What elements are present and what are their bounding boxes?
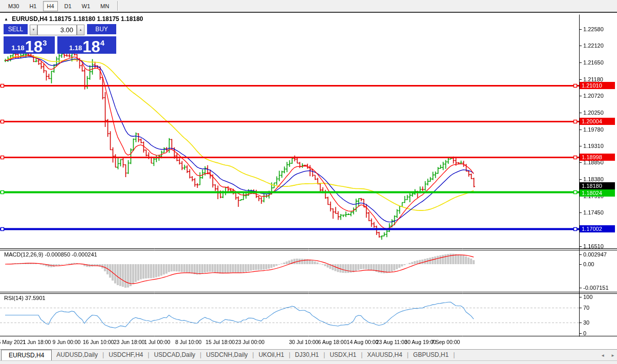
tab-scroll-left-icon[interactable]: ◄	[601, 353, 605, 358]
hline-price-tag: 1.20004	[580, 118, 615, 125]
mt4-window: M30H1H4D1W1MN ▲ EURUSD,H4 1.18175 1.1818…	[0, 0, 617, 364]
time-axis-label: 6 Aug 18:00	[318, 339, 347, 345]
rsi-axis-tick-label: 0	[583, 330, 586, 336]
hline-price-tag: 1.18024	[580, 189, 615, 197]
tab-scroll-arrows: ◄ ►	[601, 350, 615, 361]
chart-symbol: EURUSD,H4	[12, 15, 47, 23]
price-axis-tick-label: 1.19780	[583, 126, 604, 133]
one-click-trade-panel: SELL ▼ 3.00 ▲ BUY 1.18 18 3 1.18 18 4	[4, 24, 116, 54]
tab-scroll-right-icon[interactable]: ►	[611, 353, 615, 358]
sell-price-sup: 3	[42, 38, 47, 47]
timeframe-button-d1[interactable]: D1	[61, 1, 75, 11]
time-axis-label: 23 Aug 11:00	[376, 339, 407, 345]
volume-field[interactable]: 3.00	[37, 25, 77, 35]
timeframe-button-w1[interactable]: W1	[78, 1, 94, 11]
sell-button[interactable]: SELL	[4, 24, 28, 35]
tab-usdcad-daily[interactable]: USDCAD,Daily	[150, 350, 200, 360]
timeframe-button-h4[interactable]: H4	[43, 1, 57, 11]
tab-gbpusd-h1[interactable]: GBPUSD,H1	[409, 350, 453, 360]
time-axis-label: 9 Jun 00:00	[53, 339, 81, 345]
chart-title: ▲ EURUSD,H4 1.18175 1.18180 1.18175 1.18…	[4, 15, 143, 23]
sell-price-display[interactable]: 1.18 18 3	[4, 36, 55, 54]
time-axis-label: 15 Jul 18:00	[205, 339, 235, 345]
volume-down-button[interactable]: ▼	[30, 25, 37, 35]
rsi-axis-tick-label: 30	[583, 319, 589, 326]
buy-button[interactable]: BUY	[87, 24, 116, 35]
current-price-tag: 1.18180	[580, 182, 615, 189]
timeframe-button-mn[interactable]: MN	[97, 1, 113, 11]
volume-up-button[interactable]: ▲	[77, 25, 84, 35]
time-axis-label: 30 Jul 10:00	[289, 339, 318, 345]
collapse-chart-icon[interactable]: ▲	[4, 17, 8, 22]
toolbar-separator	[117, 1, 118, 11]
macd-axis-tick-label: 0.00	[583, 261, 594, 267]
price-axis-tick-label: 1.17450	[583, 209, 604, 216]
hline-price-tag: 1.18998	[580, 154, 615, 161]
tab-dj30-h1[interactable]: DJ30,H1	[290, 350, 324, 360]
price-axis-tick-label: 1.20720	[583, 93, 604, 99]
tab-eurusd-h4[interactable]: EURUSD,H4	[1, 350, 52, 360]
hline-price-tag: 1.17002	[580, 225, 615, 232]
rsi-axis-tick-label: 100	[583, 294, 592, 300]
chevron-up-icon: ▲	[79, 28, 82, 31]
macd-axis-tick-label: -0.007151	[583, 285, 609, 291]
macd-axis-tick-label: 0.002947	[583, 251, 607, 258]
time-axis-label: 23 Jul 00:00	[235, 339, 264, 345]
hline-price-tag: 1.21010	[580, 82, 615, 89]
timeframe-button-m30[interactable]: M30	[5, 1, 23, 11]
time-axis-label: 16 Jun 10:00	[83, 339, 114, 345]
chart-ohlc-quotes: 1.18175 1.18180 1.18175 1.18180	[49, 15, 143, 23]
price-axis-tick-label: 1.18380	[583, 176, 604, 182]
timeframe-button-h1[interactable]: H1	[26, 1, 40, 11]
price-axis-tick-label: 1.21650	[583, 59, 604, 66]
buy-price-display[interactable]: 1.18 18 4	[57, 36, 116, 54]
tab-ukoil-h1[interactable]: UKOil,H1	[254, 350, 289, 360]
buy-price-sup: 4	[100, 38, 104, 47]
time-axis-label: 14 Aug 00:00	[347, 339, 378, 345]
time-axis-label: 1 Jul 00:00	[144, 339, 170, 345]
time-axis-label: 8 Jul 10:00	[175, 339, 201, 345]
tab-audusd-daily[interactable]: AUDUSD,Daily	[52, 350, 102, 360]
timeframe-toolbar: M30H1H4D1W1MN	[0, 0, 617, 13]
tab-usdcnh-daily[interactable]: USDCNH,Daily	[201, 350, 252, 360]
rsi-axis-tick-label: 70	[583, 305, 589, 311]
tab-separator: |	[453, 350, 455, 360]
tab-usdx-h1[interactable]: USDX,H1	[325, 350, 361, 360]
chart-tab-bar: EURUSD,H4AUDUSD,Daily|USDCHF,H4|USDCAD,D…	[0, 349, 617, 360]
price-axis-tick-label: 1.19310	[583, 143, 604, 149]
tab-usdchf-h4[interactable]: USDCHF,H4	[104, 350, 147, 360]
buy-price-big: 18	[82, 40, 100, 54]
sell-price-prefix: 1.18	[11, 44, 24, 52]
chevron-down-icon: ▼	[32, 28, 35, 31]
rsi-indicator-label: RSI(14) 37.5901	[4, 295, 46, 301]
buy-price-prefix: 1.18	[69, 44, 82, 52]
time-axis-label: 7 Sep 00:00	[431, 339, 460, 345]
price-axis-tick-label: 1.22120	[583, 42, 604, 49]
status-bar	[0, 360, 617, 364]
time-axis-label: 25 May 2021	[0, 339, 26, 345]
price-axis-tick-label: 1.20250	[583, 110, 604, 116]
time-axis-label: 23 Jun 18:00	[114, 339, 145, 345]
price-axis-tick-label: 1.22580	[583, 26, 604, 32]
macd-indicator-label: MACD(12,26,9) -0.000850 -0.000241	[4, 251, 97, 258]
tab-xauusd-h4[interactable]: XAUUSD,H4	[363, 350, 407, 360]
price-axis-tick-label: 1.16510	[583, 243, 604, 249]
sell-price-big: 18	[25, 40, 42, 54]
time-axis-label: 1 Jun 18:00	[23, 339, 51, 345]
